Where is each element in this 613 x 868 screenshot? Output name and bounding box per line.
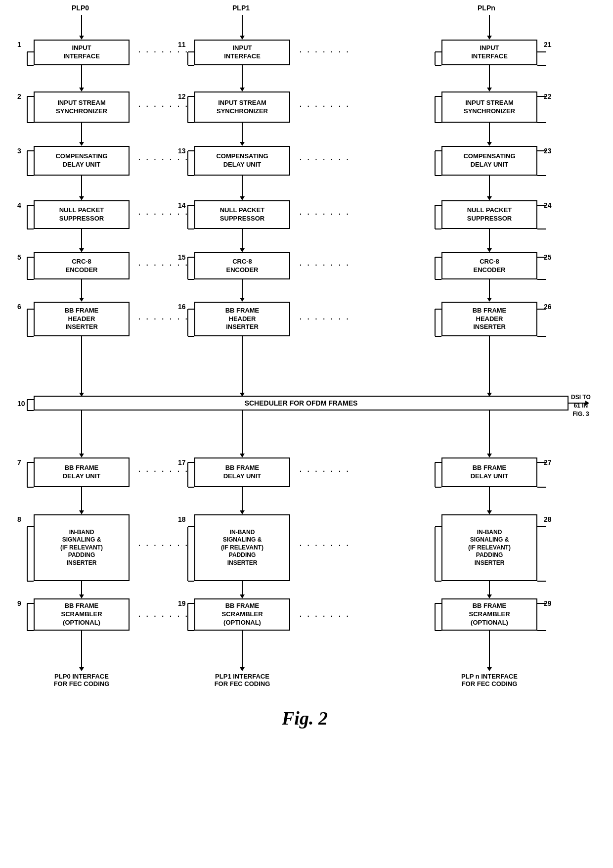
scheduler-block: SCHEDULER FOR OFDM FRAMES	[34, 396, 569, 411]
block-21-input-interface: INPUTINTERFACE	[441, 40, 537, 65]
num-15: 15	[178, 253, 186, 261]
dots-row8-col1: · · · · · · ·	[138, 542, 189, 549]
svg-marker-59	[487, 454, 492, 457]
block-4-null-packet-suppressor: NULL PACKETSUPPRESSOR	[34, 200, 130, 229]
dots-row2-col2: · · · · · · ·	[300, 102, 350, 110]
svg-marker-41	[240, 594, 245, 598]
svg-marker-61	[487, 510, 492, 514]
num-4: 4	[17, 201, 21, 209]
block-29-bb-frame-scrambler: BB FRAMESCRAMBLER(OPTIONAL)	[441, 598, 537, 631]
num-27: 27	[544, 458, 552, 466]
dots-row9-col1: · · · · · · ·	[138, 612, 189, 620]
svg-marker-29	[240, 196, 245, 200]
svg-marker-63	[487, 594, 492, 598]
num-11: 11	[178, 41, 186, 48]
block-9-bb-frame-scrambler: BB FRAMESCRAMBLER(OPTIONAL)	[34, 598, 130, 631]
svg-marker-47	[487, 88, 492, 91]
num-7: 7	[17, 458, 21, 466]
block-23-compensating-delay: COMPENSATINGDELAY UNIT	[441, 146, 537, 176]
dots-row1-col1: · · · · · · ·	[138, 48, 189, 56]
num-18: 18	[178, 515, 186, 523]
block-26-bb-frame-header: BB FRAMEHEADERINSERTER	[441, 302, 537, 336]
block-1-input-interface: INPUTINTERFACE	[34, 40, 130, 65]
num-10: 10	[17, 400, 25, 408]
dots-row4-col1: · · · · · · ·	[138, 210, 189, 218]
svg-marker-19	[79, 594, 84, 598]
svg-marker-15	[79, 454, 84, 457]
svg-marker-3	[79, 88, 84, 91]
num-19: 19	[178, 599, 186, 607]
block-14-null-packet-suppressor: NULL PACKETSUPPRESSOR	[194, 200, 290, 229]
block-2-input-stream-sync: INPUT STREAMSYNCHRONIZER	[34, 91, 130, 123]
num-25: 25	[544, 253, 552, 261]
dots-row6-col2: · · · · · · ·	[300, 315, 350, 323]
block-18-inband-signaling: IN-BANDSIGNALING &(IF RELEVANT)PADDINGIN…	[194, 514, 290, 581]
block-8-inband-signaling: IN-BANDSIGNALING &(IF RELEVANT)PADDINGIN…	[34, 514, 130, 581]
block-12-input-stream-sync: INPUT STREAMSYNCHRONIZER	[194, 91, 290, 123]
num-24: 24	[544, 201, 552, 209]
num-12: 12	[178, 92, 186, 100]
svg-marker-43	[240, 667, 245, 671]
block-7-bb-frame-delay: BB FRAMEDELAY UNIT	[34, 457, 130, 487]
plp1-output-label: PLP1 INTERFACEFOR FEC CODING	[198, 673, 287, 687]
block-3-compensating-delay: COMPENSATINGDELAY UNIT	[34, 146, 130, 176]
svg-marker-27	[240, 142, 245, 146]
svg-marker-33	[240, 298, 245, 302]
block-25-crc8-encoder: CRC-8ENCODER	[441, 252, 537, 279]
block-24-null-packet-suppressor: NULL PACKETSUPPRESSOR	[441, 200, 537, 229]
num-9: 9	[17, 599, 21, 607]
num-26: 26	[544, 303, 552, 311]
num-1: 1	[17, 41, 21, 48]
svg-marker-9	[79, 248, 84, 252]
svg-marker-25	[240, 88, 245, 91]
num-23: 23	[544, 147, 552, 155]
fig-label: Fig. 2	[282, 707, 328, 729]
block-17-bb-frame-delay: BB FRAMEDELAY UNIT	[194, 457, 290, 487]
block-5-crc8-encoder: CRC-8ENCODER	[34, 252, 130, 279]
block-11-input-interface: INPUTINTERFACE	[194, 40, 290, 65]
num-29: 29	[544, 599, 552, 607]
num-13: 13	[178, 147, 186, 155]
svg-marker-11	[79, 298, 84, 302]
block-6-bb-frame-header: BB FRAMEHEADERINSERTER	[34, 302, 130, 336]
block-13-compensating-delay: COMPENSATINGDELAY UNIT	[194, 146, 290, 176]
num-5: 5	[17, 253, 21, 261]
dots-row9-col2: · · · · · · ·	[300, 612, 350, 620]
num-17: 17	[178, 458, 186, 466]
svg-marker-1	[79, 36, 84, 40]
dots-row5-col2: · · · · · · ·	[300, 261, 350, 269]
block-22-input-stream-sync: INPUT STREAMSYNCHRONIZER	[441, 91, 537, 123]
svg-marker-17	[79, 510, 84, 514]
dots-row7-col2: · · · · · · ·	[300, 467, 350, 475]
dsi-label: DSI TO61 INFIG. 3	[571, 393, 591, 418]
num-16: 16	[178, 303, 186, 311]
svg-marker-23	[240, 36, 245, 40]
diagram: PLP0 PLP1 PLPn INPUTINTERFACE 1 INPUT ST…	[0, 0, 613, 868]
dots-row4-col2: · · · · · · ·	[300, 210, 350, 218]
num-8: 8	[17, 515, 21, 523]
svg-marker-21	[79, 667, 84, 671]
dots-row2-col1: · · · · · · ·	[138, 102, 189, 110]
block-28-inband-signaling: IN-BANDSIGNALING &(IF RELEVANT)PADDINGIN…	[441, 514, 537, 581]
svg-marker-65	[487, 667, 492, 671]
svg-marker-51	[487, 196, 492, 200]
num-14: 14	[178, 201, 186, 209]
plpn-output-label: PLP n INTERFACEFOR FEC CODING	[444, 673, 535, 687]
dots-row8-col2: · · · · · · ·	[300, 542, 350, 549]
svg-marker-5	[79, 142, 84, 146]
flow-arrows	[0, 0, 613, 868]
plp0-label: PLP0	[72, 4, 89, 12]
num-28: 28	[544, 515, 552, 523]
svg-marker-31	[240, 248, 245, 252]
num-22: 22	[544, 92, 552, 100]
svg-marker-55	[487, 298, 492, 302]
svg-marker-49	[487, 142, 492, 146]
num-3: 3	[17, 147, 21, 155]
svg-marker-39	[240, 510, 245, 514]
num-21: 21	[544, 41, 552, 48]
plpn-label: PLPn	[478, 4, 495, 12]
block-19-bb-frame-scrambler: BB FRAMESCRAMBLER(OPTIONAL)	[194, 598, 290, 631]
dots-row3-col1: · · · · · · ·	[138, 156, 189, 164]
svg-marker-7	[79, 196, 84, 200]
svg-marker-53	[487, 248, 492, 252]
